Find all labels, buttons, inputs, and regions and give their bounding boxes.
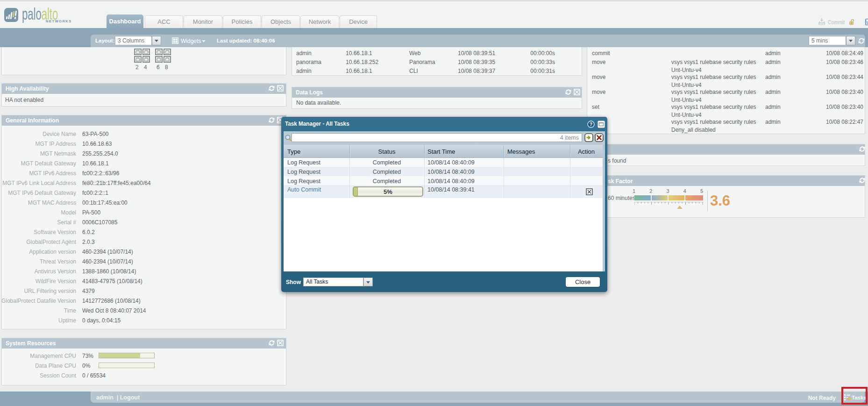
svg-text:?: ? [590,121,592,127]
